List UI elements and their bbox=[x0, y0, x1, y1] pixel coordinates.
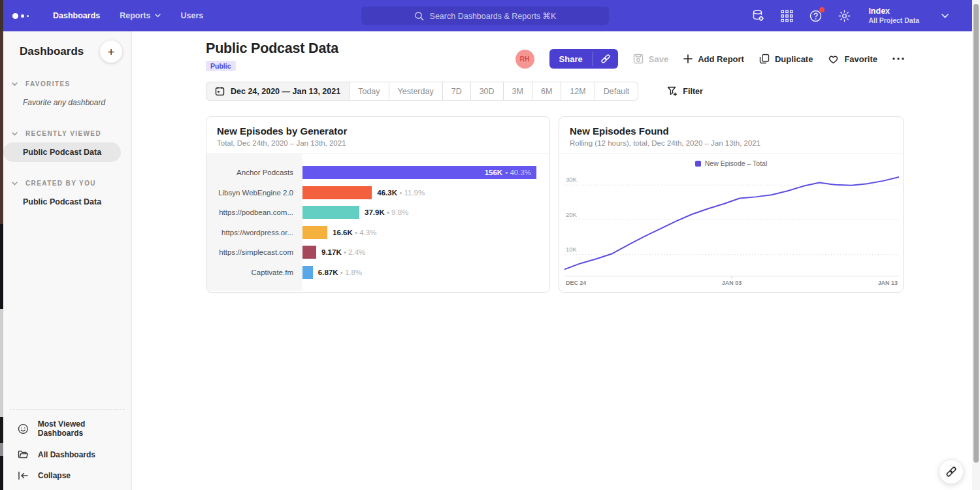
link-icon bbox=[945, 466, 957, 478]
svg-text:JAN 13: JAN 13 bbox=[878, 280, 898, 285]
search-icon bbox=[414, 11, 424, 21]
bar-category-label: Anchor Podcasts bbox=[206, 169, 302, 176]
share-button[interactable]: Share bbox=[549, 49, 593, 69]
preset-3m[interactable]: 3M bbox=[503, 82, 532, 101]
bar-row: Libsyn WebEngine 2.046.3K • 11.9% bbox=[206, 183, 549, 203]
bar-category-label: https://wordpress.or... bbox=[206, 229, 302, 237]
bar-row: https://podbean.com...37.9K • 9.8% bbox=[206, 203, 549, 223]
nav-item-users[interactable]: Users bbox=[171, 0, 213, 31]
page-title: Public Podcast Data bbox=[206, 41, 338, 57]
svg-text:10K: 10K bbox=[566, 246, 578, 253]
help-icon[interactable] bbox=[808, 8, 823, 23]
bar-segment[interactable] bbox=[302, 246, 316, 259]
sidebar: Dashboards + FAVORITES Favorite any dash… bbox=[3, 31, 132, 490]
smiley-icon bbox=[18, 423, 29, 434]
preset-30d[interactable]: 30D bbox=[470, 82, 504, 101]
copy-dashboard-link-button[interactable] bbox=[939, 459, 964, 484]
add-dashboard-button[interactable]: + bbox=[100, 41, 122, 63]
background-window-edge bbox=[0, 0, 3, 490]
bar-value-label: 6.87K • 1.8% bbox=[318, 269, 362, 276]
favorite-label: Favorite bbox=[844, 54, 877, 64]
filter-label: Filter bbox=[683, 87, 703, 96]
date-range-button[interactable]: Dec 24, 2020 — Jan 13, 2021 bbox=[206, 82, 350, 101]
bar-category-label: Captivate.fm bbox=[206, 269, 302, 276]
nav-item-label: Dashboards bbox=[53, 11, 100, 20]
bar-category-label: https://simplecast.com bbox=[206, 248, 302, 256]
bar-segment[interactable]: 156K • 40.3% bbox=[302, 166, 536, 179]
chevron-down-icon[interactable] bbox=[941, 14, 949, 18]
add-report-label: Add Report bbox=[698, 54, 744, 64]
duplicate-button[interactable]: Duplicate bbox=[759, 54, 813, 64]
footer-item-label: Collapse bbox=[38, 471, 71, 480]
scrollbar-thumb[interactable] bbox=[973, 4, 979, 463]
sidebar-section-created-by-you[interactable]: CREATED BY YOU bbox=[3, 180, 131, 187]
all-dashboards-button[interactable]: All Dashboards bbox=[3, 444, 131, 465]
bar-percent-label: • 40.3% bbox=[505, 169, 531, 176]
search-placeholder: Search Dashboards & Reports ⌘K bbox=[430, 11, 557, 21]
duplicate-icon bbox=[759, 54, 770, 64]
most-viewed-dashboards-button[interactable]: Most Viewed Dashboards bbox=[3, 414, 131, 444]
preset-12m[interactable]: 12M bbox=[561, 82, 595, 101]
bar-segment[interactable] bbox=[302, 186, 372, 199]
link-icon bbox=[600, 54, 611, 64]
bar-row: https://simplecast.com9.17K • 2.4% bbox=[206, 242, 549, 263]
apps-grid-icon[interactable] bbox=[779, 8, 794, 23]
bar-segment[interactable] bbox=[302, 266, 313, 279]
add-report-button[interactable]: Add Report bbox=[683, 54, 744, 64]
chevron-down-icon bbox=[12, 82, 18, 86]
data-management-icon[interactable] bbox=[751, 8, 765, 23]
bar-row: Captivate.fm6.87K • 1.8% bbox=[206, 263, 549, 283]
bar-category-label: Libsyn WebEngine 2.0 bbox=[206, 189, 302, 197]
bar-segment[interactable] bbox=[302, 226, 327, 239]
copy-link-button[interactable] bbox=[593, 49, 618, 69]
report-card-new-episodes-by-generator: New Episodes by Generator Total, Dec 24t… bbox=[206, 116, 550, 293]
preset-yesterday[interactable]: Yesterday bbox=[389, 82, 443, 101]
chevron-down-icon bbox=[12, 132, 18, 136]
section-label: FAVORITES bbox=[25, 80, 71, 88]
legend-swatch bbox=[695, 161, 701, 167]
settings-gear-icon[interactable] bbox=[837, 8, 851, 23]
bar-value-label: 156K bbox=[485, 169, 503, 176]
card-subtitle: Rolling (12 hours), total, Dec 24th, 202… bbox=[570, 139, 892, 147]
duplicate-label: Duplicate bbox=[775, 54, 813, 64]
project-name: Index bbox=[868, 7, 919, 16]
sidebar-item-public-podcast-data-created[interactable]: Public Podcast Data bbox=[3, 192, 121, 212]
nav-item-dashboards[interactable]: Dashboards bbox=[43, 0, 110, 31]
folder-icon bbox=[18, 449, 29, 459]
sidebar-section-recently-viewed[interactable]: RECENTLY VIEWED bbox=[3, 130, 131, 137]
date-range-label: Dec 24, 2020 — Jan 13, 2021 bbox=[231, 87, 340, 96]
sidebar-title: Dashboards bbox=[20, 45, 84, 58]
app-logo-icon[interactable] bbox=[12, 13, 29, 19]
preset-default[interactable]: Default bbox=[595, 82, 639, 101]
filter-button[interactable]: Filter bbox=[663, 86, 707, 97]
bar-value-label: 16.6K • 4.3% bbox=[333, 229, 376, 237]
sidebar-item-public-podcast-data[interactable]: Public Podcast Data bbox=[3, 142, 121, 162]
date-range-control: Dec 24, 2020 — Jan 13, 2021 TodayYesterd… bbox=[206, 82, 638, 101]
sidebar-section-favorites[interactable]: FAVORITES bbox=[3, 80, 131, 88]
card-title: New Episodes by Generator bbox=[217, 125, 539, 137]
search-input[interactable]: Search Dashboards & Reports ⌘K bbox=[361, 7, 609, 25]
bar-segment[interactable] bbox=[302, 206, 359, 219]
collapse-sidebar-button[interactable]: Collapse bbox=[3, 465, 131, 486]
avatar[interactable]: RH bbox=[515, 50, 534, 69]
top-nav: Dashboards Reports Users Search Dashboar… bbox=[0, 0, 980, 31]
heart-icon bbox=[828, 54, 839, 64]
svg-text:30K: 30K bbox=[566, 176, 578, 183]
preset-6m[interactable]: 6M bbox=[532, 82, 561, 101]
project-selector[interactable]: Index All Project Data bbox=[868, 7, 919, 25]
more-options-button[interactable] bbox=[892, 57, 904, 60]
plus-icon bbox=[683, 54, 693, 63]
favorite-button[interactable]: Favorite bbox=[828, 54, 877, 64]
save-button[interactable]: Save bbox=[633, 54, 668, 64]
line-chart[interactable]: 30K20K10KDEC 24JAN 03JAN 13 bbox=[564, 170, 899, 285]
preset-today[interactable]: Today bbox=[349, 82, 389, 101]
nav-item-reports[interactable]: Reports bbox=[110, 0, 171, 31]
bar-category-label: https://podbean.com... bbox=[206, 208, 302, 216]
footer-item-label: All Dashboards bbox=[38, 450, 95, 459]
legend-item[interactable]: New Episode – Total bbox=[564, 159, 898, 167]
collapse-icon bbox=[18, 471, 29, 480]
section-label: CREATED BY YOU bbox=[25, 180, 96, 187]
preset-7d[interactable]: 7D bbox=[442, 82, 471, 101]
card-subtitle: Total, Dec 24th, 2020 – Jan 13th, 2021 bbox=[217, 139, 539, 147]
ellipsis-icon bbox=[892, 57, 904, 60]
